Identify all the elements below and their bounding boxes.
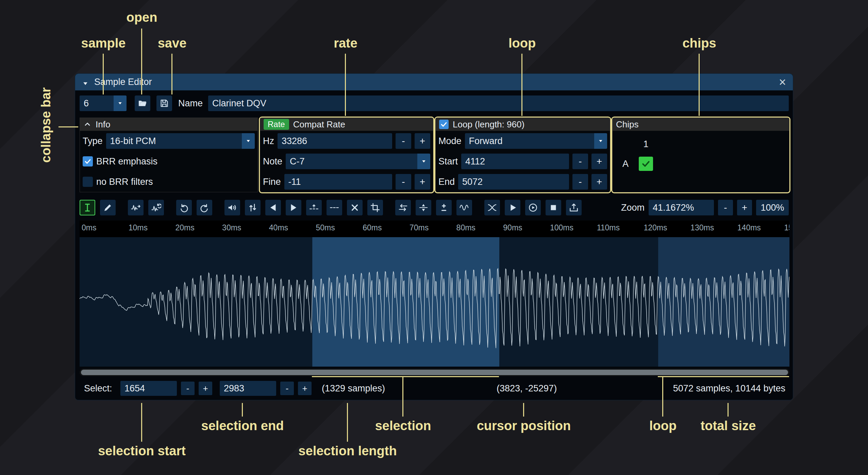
amplify-button[interactable] xyxy=(224,200,240,215)
loop-panel: Loop (length: 960) Mode Forward Start 41… xyxy=(435,118,610,192)
rate-panel-header: Rate Compat Rate xyxy=(260,118,433,131)
ruler-label: 90ms xyxy=(503,223,522,232)
chip-row-label: A xyxy=(622,159,629,169)
zoom-out-button[interactable]: - xyxy=(718,200,733,215)
selection-length-text: (1329 samples) xyxy=(322,380,385,397)
loop-end-increase-button[interactable]: + xyxy=(591,174,607,190)
toolbar-buttons xyxy=(80,200,586,215)
note-value: C-7 xyxy=(286,156,417,167)
collapse-bar-button[interactable] xyxy=(83,120,91,128)
loop-start-increase-button[interactable]: + xyxy=(591,154,607,169)
crossfade-button[interactable] xyxy=(484,200,500,215)
invert-button[interactable] xyxy=(416,200,431,215)
resample-button[interactable] xyxy=(148,200,164,215)
no-brr-filters-checkbox[interactable] xyxy=(83,177,93,187)
fade-in-button[interactable] xyxy=(265,200,281,215)
chevron-down-icon[interactable] xyxy=(242,133,255,149)
sample-type-select[interactable]: 16-bit PCM xyxy=(106,133,255,149)
edit-mode-select-button[interactable] xyxy=(80,200,95,215)
loop-start-label: Start xyxy=(438,156,458,167)
zoom-in-button[interactable]: + xyxy=(737,200,752,215)
sample-selector[interactable]: 6 xyxy=(80,95,127,111)
apply-filter-button[interactable] xyxy=(456,200,472,215)
annotation-selection-end: selection end xyxy=(201,419,284,433)
stop-preview-button[interactable] xyxy=(546,200,561,215)
scrollbar-thumb[interactable] xyxy=(81,370,788,375)
time-ruler[interactable]: 0ms10ms20ms30ms40ms50ms60ms70ms80ms90ms1… xyxy=(80,221,789,237)
annotation-line xyxy=(523,403,524,417)
status-bar: Select: 1654 - + 2983 - + (1329 samples)… xyxy=(80,380,789,397)
annotation-loop-bottom: loop xyxy=(649,419,677,433)
open-sample-button[interactable] xyxy=(135,95,150,111)
brr-emphasis-checkbox[interactable] xyxy=(83,156,93,166)
reverse-button[interactable] xyxy=(395,200,411,215)
preview-loop-button[interactable] xyxy=(525,200,541,215)
selection-end-decrease-button[interactable]: - xyxy=(280,382,294,395)
fine-decrease-button[interactable]: - xyxy=(396,174,411,190)
import-raw-button[interactable] xyxy=(566,200,582,215)
name-label: Name xyxy=(178,98,203,109)
undo-button[interactable] xyxy=(176,200,192,215)
window-collapse-icon[interactable] xyxy=(82,79,89,86)
chevron-down-icon[interactable] xyxy=(417,154,430,169)
note-select[interactable]: C-7 xyxy=(286,154,430,169)
apply-silence-button[interactable] xyxy=(327,200,342,215)
hz-input[interactable]: 33286 xyxy=(278,133,392,149)
annotation-selection: selection xyxy=(375,419,431,433)
resize-button[interactable] xyxy=(128,200,144,215)
total-size-text: 5072 samples, 10144 bytes xyxy=(673,380,785,397)
no-brr-filters-label: no BRR filters xyxy=(96,177,153,187)
redo-button[interactable] xyxy=(197,200,212,215)
fine-input[interactable]: -11 xyxy=(284,174,392,190)
sample-name-input[interactable]: Clarinet DQV xyxy=(208,95,789,111)
hz-decrease-button[interactable]: - xyxy=(396,133,411,149)
delete-button[interactable] xyxy=(347,200,363,215)
edit-mode-draw-button[interactable] xyxy=(100,200,116,215)
chips-panel-header: Chips xyxy=(613,118,789,131)
window-title: Sample Editor xyxy=(94,77,152,87)
fade-out-button[interactable] xyxy=(286,200,301,215)
waveform-view[interactable] xyxy=(80,237,789,367)
annotation-line xyxy=(347,403,348,442)
insert-silence-button[interactable] xyxy=(306,200,322,215)
waveform-scrollbar[interactable] xyxy=(80,369,789,376)
preview-button[interactable] xyxy=(505,200,520,215)
loop-mode-select[interactable]: Forward xyxy=(465,133,607,149)
ruler-label: 80ms xyxy=(456,223,475,232)
loop-start-input[interactable]: 4112 xyxy=(461,154,569,169)
ruler-label: 140ms xyxy=(737,223,761,232)
fine-increase-button[interactable]: + xyxy=(415,174,430,190)
loop-enable-checkbox[interactable] xyxy=(439,120,449,129)
brr-emphasis-label: BRR emphasis xyxy=(96,156,157,167)
chips-panel: Chips 1 A xyxy=(612,118,789,192)
selection-start-decrease-button[interactable]: - xyxy=(181,382,195,395)
annotation-rate: rate xyxy=(334,36,357,51)
chevron-down-icon[interactable] xyxy=(114,95,127,111)
chevron-down-icon[interactable] xyxy=(594,133,607,149)
normalize-button[interactable] xyxy=(245,200,261,215)
ruler-label: 60ms xyxy=(363,223,382,232)
loop-start-decrease-button[interactable]: - xyxy=(572,154,588,169)
sample-selector-value: 6 xyxy=(80,98,114,109)
annotation-sample: sample xyxy=(81,36,126,51)
chip-a-enable-checkbox[interactable] xyxy=(639,157,653,171)
close-button[interactable]: × xyxy=(779,76,786,88)
selection-end-input[interactable]: 2983 xyxy=(220,381,276,396)
loop-end-input[interactable]: 5072 xyxy=(458,174,569,190)
zoom-input[interactable]: 41.1672% xyxy=(649,200,714,215)
ruler-label: 20ms xyxy=(175,223,194,232)
chips-grid: 1 A xyxy=(616,134,789,174)
selection-end-increase-button[interactable]: + xyxy=(298,382,312,395)
fine-label: Fine xyxy=(263,177,281,187)
loop-end-decrease-button[interactable]: - xyxy=(572,174,588,190)
trim-button[interactable] xyxy=(367,200,383,215)
save-sample-button[interactable] xyxy=(156,95,172,111)
loop-header-label: Loop (length: 960) xyxy=(453,119,524,130)
selection-start-input[interactable]: 1654 xyxy=(120,381,177,396)
titlebar[interactable]: Sample Editor × xyxy=(75,74,793,90)
desktop-background: Sample Editor × 6 Name Clarinet DQV Info… xyxy=(0,0,868,475)
hz-increase-button[interactable]: + xyxy=(415,133,430,149)
selection-start-increase-button[interactable]: + xyxy=(199,382,212,395)
zoom-reset-button[interactable]: 100% xyxy=(756,200,789,215)
signed-unsigned-button[interactable] xyxy=(436,200,452,215)
